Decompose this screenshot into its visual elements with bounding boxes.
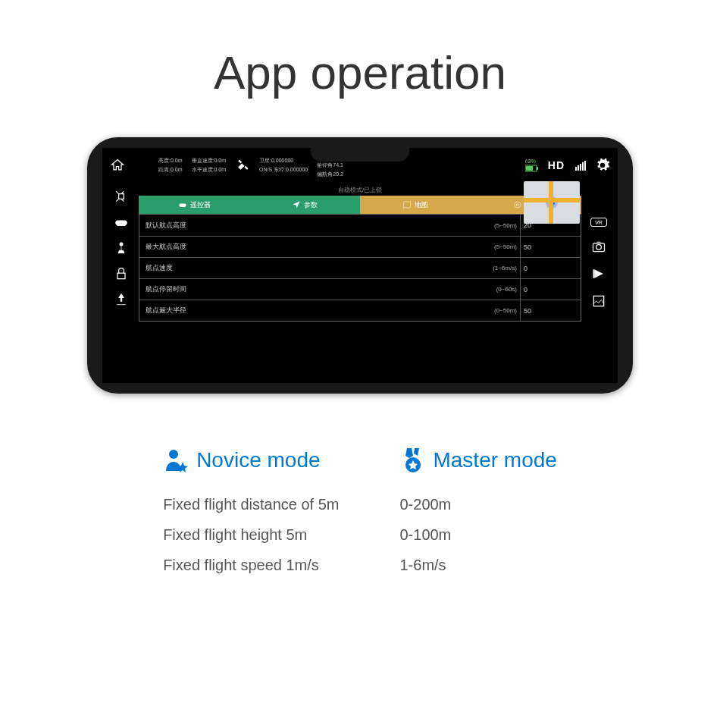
- master-title: Master mode: [433, 448, 556, 472]
- params-table: 默认航点高度(5~50m)20 最大航点高度(5~50m)50 航点速度(1~6…: [139, 214, 581, 322]
- satellite-icon: [235, 158, 250, 173]
- table-row: 默认航点高度(5~50m)20: [139, 215, 581, 236]
- record-icon[interactable]: [591, 266, 606, 281]
- hd-indicator: HD: [548, 159, 565, 171]
- novice-title: Novice mode: [196, 448, 320, 472]
- takeoff-icon[interactable]: [114, 292, 129, 307]
- svg-point-6: [517, 204, 519, 206]
- phone-frame: 高度:0.0m距离:0.0m 垂直速度:0.0m水平速度:0.0m 卫星:0.0…: [87, 137, 633, 394]
- tabs: 遥控器 参数 地图 其他: [139, 196, 581, 214]
- novice-mode-col: Novice mode Fixed flight distance of 5m …: [163, 447, 339, 580]
- page-title: App operation: [0, 0, 720, 137]
- camera-icon[interactable]: [591, 239, 606, 254]
- master-line: 1-6m/s: [399, 550, 556, 580]
- svg-rect-4: [117, 273, 125, 279]
- svg-rect-9: [593, 269, 595, 278]
- battery-icon: 63%: [525, 158, 539, 172]
- svg-point-8: [596, 245, 602, 250]
- master-medal-icon: [399, 447, 427, 474]
- param-input[interactable]: 50: [520, 300, 581, 321]
- novice-line: Fixed flight height 5m: [163, 519, 339, 550]
- master-line: 0-100m: [399, 519, 556, 550]
- novice-line: Fixed flight speed 1m/s: [163, 550, 339, 580]
- minimap[interactable]: [524, 181, 580, 224]
- param-input[interactable]: 50: [520, 237, 581, 257]
- param-input[interactable]: 0: [520, 258, 581, 278]
- svg-rect-1: [537, 167, 538, 170]
- table-row: 航点停留时间(0~60s)0: [139, 278, 581, 300]
- gear-icon[interactable]: [595, 158, 610, 173]
- location-arrow-icon[interactable]: [134, 158, 149, 173]
- table-row: 航点最大半径(0~50m)50: [139, 300, 581, 321]
- svg-point-3: [120, 243, 124, 246]
- controller-icon[interactable]: [114, 215, 129, 230]
- tab-params[interactable]: 参数: [249, 196, 360, 214]
- center-panel: 自稳模式/已上锁 遥控器 参数 地图 其他 默认航点高度(5~50m)20 最大…: [139, 184, 581, 322]
- svg-point-11: [169, 450, 178, 459]
- table-row: 最大航点高度(5~50m)50: [139, 236, 581, 257]
- novice-user-icon: [163, 447, 190, 474]
- joystick-icon[interactable]: [114, 240, 129, 256]
- master-line: 0-200m: [399, 489, 556, 519]
- svg-point-5: [515, 202, 521, 208]
- table-row: 航点速度(1~6m/s)0: [139, 257, 581, 278]
- svg-rect-2: [526, 166, 533, 171]
- gallery-icon[interactable]: [591, 293, 606, 309]
- param-input[interactable]: 0: [520, 279, 581, 300]
- home-icon[interactable]: [110, 158, 125, 173]
- phone-notch: [311, 148, 409, 162]
- mode-label: 自稳模式/已上锁: [139, 184, 581, 196]
- novice-line: Fixed flight distance of 5m: [163, 489, 339, 519]
- signal-bars-icon: [575, 161, 586, 171]
- vr-icon[interactable]: VR: [590, 218, 607, 227]
- master-mode-col: Master mode 0-200m 0-100m 1-6m/s: [399, 447, 556, 580]
- right-sidebar: VR: [586, 184, 612, 322]
- drone-icon[interactable]: [114, 189, 129, 204]
- lock-icon[interactable]: [114, 266, 129, 281]
- tab-map[interactable]: 地图: [360, 196, 471, 214]
- modes-comparison: Novice mode Fixed flight distance of 5m …: [0, 447, 720, 580]
- tab-controller[interactable]: 遥控器: [139, 196, 249, 214]
- left-sidebar: [108, 184, 134, 322]
